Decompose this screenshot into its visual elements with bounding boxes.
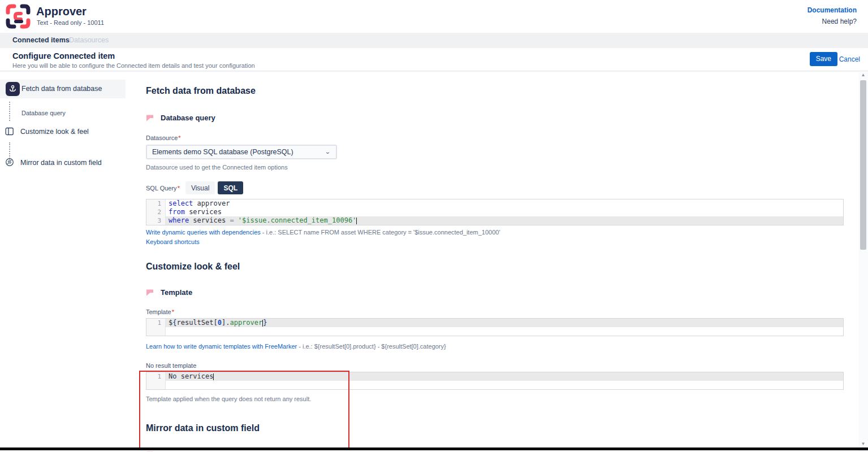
no-result-template-label: No result template	[146, 362, 844, 369]
mirror-icon	[5, 158, 14, 169]
required-mark: *	[172, 308, 174, 315]
fetch-heading: Fetch data from database	[146, 86, 844, 96]
template-section-header: Template	[146, 288, 844, 297]
sql-query-label: SQL Query*	[146, 185, 180, 192]
anchor-icon	[6, 82, 20, 96]
no-result-help: Template applied when the query does not…	[146, 395, 844, 402]
sql-query-row: SQL Query* Visual SQL	[146, 181, 844, 194]
datasource-label: Datasource*	[146, 134, 844, 141]
customize-heading: Customize look & feel	[146, 262, 844, 272]
tab-connected-items[interactable]: Connected items	[12, 33, 70, 48]
mirror-heading: Mirror data in custom field	[146, 423, 844, 433]
sidebar-item-customize[interactable]: Customize look & feel	[20, 128, 89, 136]
tab-strip: Connected items Datasources	[0, 33, 868, 48]
sidebar-item-database-query[interactable]: Database query	[21, 110, 66, 116]
section-title: Template	[161, 288, 192, 297]
section-title: Database query	[161, 114, 215, 122]
chevron-down-icon: ⌄	[325, 150, 331, 154]
freemarker-link[interactable]: Learn how to write dynamic templates wit…	[146, 343, 297, 350]
scroll-up-icon[interactable]: ▲	[858, 71, 868, 79]
required-mark: *	[178, 185, 180, 192]
page-title: Approver	[36, 5, 87, 18]
sidebar-item-mirror-data[interactable]: Mirror data in custom field	[20, 159, 102, 167]
datasource-select[interactable]: Elements demo SQL database (PostgreSQL) …	[146, 145, 337, 159]
scroll-down-icon[interactable]: ▼	[858, 440, 868, 448]
step-connector	[9, 102, 10, 121]
window-bottom-edge	[0, 447, 868, 450]
template-editor[interactable]: 1${resultSet[0].approver}	[146, 318, 844, 336]
flag-icon	[146, 289, 154, 296]
cancel-button[interactable]: Cancel	[839, 55, 860, 63]
app-logo-icon	[6, 4, 31, 29]
sql-editor[interactable]: 1select approver2from services3where ser…	[146, 199, 844, 225]
required-mark: *	[178, 134, 180, 141]
config-title: Configure Connected item	[12, 51, 115, 60]
datasource-help: Datasource used to get the Connected ite…	[146, 164, 844, 171]
sql-help: Write dynamic queries with dependencies …	[146, 229, 844, 236]
scrollbar[interactable]: ▲ ▼	[858, 71, 868, 452]
sql-mode-button[interactable]: SQL	[218, 181, 243, 194]
database-query-section-header: Database query	[146, 114, 844, 122]
template-label: Template*	[146, 308, 844, 315]
save-button[interactable]: Save	[810, 52, 837, 66]
tab-datasources[interactable]: Datasources	[69, 33, 109, 48]
documentation-link[interactable]: Documentation	[807, 6, 857, 14]
flag-icon	[146, 115, 154, 121]
dynamic-queries-link[interactable]: Write dynamic queries with dependencies	[146, 229, 261, 236]
layout-icon	[5, 127, 14, 138]
main-content: Fetch data from database Database query …	[146, 71, 844, 452]
visual-mode-button[interactable]: Visual	[185, 181, 215, 194]
app-header: Approver Text - Read only - 10011 Docume…	[0, 0, 868, 33]
scrollbar-thumb[interactable]	[860, 80, 866, 250]
keyboard-shortcuts-link[interactable]: Keyboard shortcuts	[146, 238, 844, 245]
config-bar: Configure Connected item Here you will b…	[0, 48, 868, 71]
sidebar-item-fetch-data-label[interactable]: Fetch data from database	[21, 85, 102, 93]
item-type-subtitle: Text - Read only - 10011	[37, 19, 104, 26]
need-help-link[interactable]: Need help?	[822, 18, 857, 25]
no-result-template-editor[interactable]: 1No services	[146, 372, 844, 390]
config-subtitle: Here you will be able to configure the C…	[12, 62, 255, 69]
template-help: Learn how to write dynamic templates wit…	[146, 343, 844, 350]
